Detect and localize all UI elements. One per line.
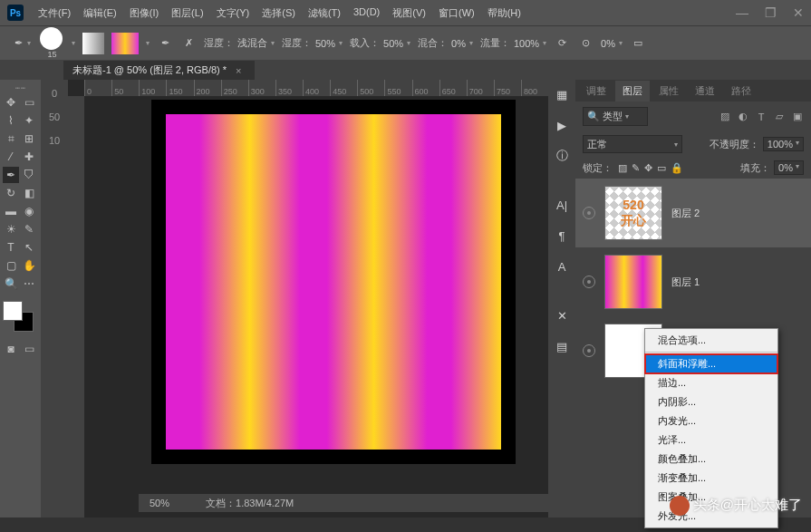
eyedropper-tool[interactable]: ⁄ bbox=[3, 149, 19, 165]
document-tab[interactable]: 未标题-1 @ 50% (图层 2, RGB/8) * × bbox=[63, 61, 255, 80]
layer-item[interactable]: 图层 1 bbox=[575, 247, 811, 316]
marquee-tool[interactable]: ▭ bbox=[21, 94, 37, 111]
cm-gradient-overlay[interactable]: 渐变叠加... bbox=[645, 469, 777, 488]
layer-visibility-toggle[interactable] bbox=[583, 276, 595, 288]
history-brush-tool[interactable]: ↻ bbox=[3, 185, 19, 201]
type-tool[interactable]: T bbox=[3, 239, 19, 256]
menu-edit[interactable]: 编辑(E) bbox=[78, 3, 122, 24]
histogram-icon[interactable]: ▦ bbox=[553, 85, 571, 103]
crop-tool[interactable]: ⌗ bbox=[3, 131, 19, 147]
screenmode-tool[interactable]: ▭ bbox=[21, 341, 37, 357]
lock-position-icon[interactable]: ✥ bbox=[644, 162, 652, 174]
cm-satin[interactable]: 光泽... bbox=[645, 430, 777, 450]
color-swatches[interactable] bbox=[3, 301, 34, 332]
brush-tool[interactable]: ✒ bbox=[3, 167, 19, 183]
heal-tool[interactable]: ✚ bbox=[21, 149, 37, 165]
sample-icon[interactable]: ⊙ bbox=[577, 35, 594, 52]
menu-file[interactable]: 文件(F) bbox=[33, 3, 76, 24]
layer-visibility-toggle[interactable] bbox=[583, 207, 595, 219]
edit-toolbar[interactable]: ⋯ bbox=[21, 276, 37, 292]
cm-inner-glow[interactable]: 内发光... bbox=[645, 411, 777, 430]
play-icon[interactable]: ▶ bbox=[553, 116, 571, 134]
blur-tool[interactable]: ◉ bbox=[21, 203, 37, 219]
minimize-button[interactable]: — bbox=[736, 5, 748, 20]
mix-input[interactable]: 混合： 0%▾ bbox=[418, 36, 473, 50]
tools-handle[interactable]: ┅┅ bbox=[3, 84, 38, 92]
cm-blending-options[interactable]: 混合选项... bbox=[645, 331, 777, 350]
layer-visibility-toggle[interactable] bbox=[583, 344, 595, 357]
lock-artboard-icon[interactable]: ▭ bbox=[657, 162, 666, 174]
lasso-tool[interactable]: ⌇ bbox=[3, 112, 19, 129]
sec-icon-1[interactable]: 50 bbox=[46, 109, 63, 125]
fill-input[interactable]: 0% ▾ bbox=[774, 160, 804, 175]
menu-help[interactable]: 帮助(H) bbox=[482, 3, 526, 24]
tools-icon[interactable]: ✕ bbox=[553, 306, 571, 324]
menu-3d[interactable]: 3D(D) bbox=[348, 3, 385, 24]
info-icon[interactable]: ⓘ bbox=[553, 147, 571, 165]
filter-image-icon[interactable]: ▨ bbox=[719, 111, 731, 123]
shape-tool[interactable]: ▢ bbox=[3, 257, 19, 274]
current-load-swatch[interactable] bbox=[111, 33, 139, 54]
layer-filter-type[interactable]: 🔍 类型 ▾ bbox=[583, 107, 648, 126]
zoom-level[interactable]: 50% bbox=[150, 498, 169, 508]
lock-transparent-icon[interactable]: ▨ bbox=[618, 162, 627, 174]
stamp-tool[interactable]: ⛉ bbox=[21, 167, 37, 183]
tool-preset-picker[interactable]: ✒ ▾ bbox=[9, 34, 31, 53]
filter-smart-icon[interactable]: ▣ bbox=[791, 111, 804, 123]
frame-tool[interactable]: ⊞ bbox=[21, 131, 37, 147]
airbrush-icon[interactable]: ⟳ bbox=[554, 35, 570, 52]
move-tool[interactable]: ✥ bbox=[3, 94, 19, 111]
layer-thumbnail[interactable] bbox=[604, 255, 662, 309]
cm-color-overlay[interactable]: 颜色叠加... bbox=[645, 450, 777, 469]
cm-stroke[interactable]: 描边... bbox=[645, 373, 777, 392]
flow-input[interactable]: 流量： 100%▾ bbox=[480, 36, 546, 50]
quickmask-tool[interactable]: ◙ bbox=[3, 341, 19, 357]
layer-name[interactable]: 图层 1 bbox=[671, 276, 700, 289]
cm-bevel-emboss[interactable]: 斜面和浮雕... bbox=[645, 354, 777, 373]
document-tab-close[interactable]: × bbox=[236, 65, 241, 76]
clean-brush-icon[interactable]: ✗ bbox=[180, 35, 197, 52]
tab-adjustments[interactable]: 调整 bbox=[579, 81, 613, 102]
filter-adjust-icon[interactable]: ◐ bbox=[737, 111, 749, 123]
layer-thumbnail[interactable]: 520开心 bbox=[604, 186, 662, 240]
hand-tool[interactable]: ✋ bbox=[21, 257, 37, 274]
menu-type[interactable]: 文字(Y) bbox=[211, 3, 256, 24]
tab-paths[interactable]: 路径 bbox=[724, 81, 758, 102]
wet-mode-select[interactable]: 湿度： 浅混合 ▾ bbox=[204, 36, 275, 50]
lock-all-icon[interactable]: 🔒 bbox=[671, 162, 683, 174]
eraser-tool[interactable]: ◧ bbox=[21, 185, 37, 201]
para-icon[interactable]: ¶ bbox=[553, 227, 571, 245]
cm-inner-shadow[interactable]: 内阴影... bbox=[645, 392, 777, 411]
path-select-tool[interactable]: ↖ bbox=[21, 239, 37, 256]
restore-button[interactable]: ❐ bbox=[765, 5, 777, 20]
blend-mode-select[interactable]: 正常 ▾ bbox=[583, 135, 682, 153]
menu-filter[interactable]: 滤镜(T) bbox=[303, 3, 346, 24]
load-input[interactable]: 载入： 50%▾ bbox=[350, 36, 410, 50]
angle-input[interactable]: 0%▾ bbox=[601, 38, 623, 49]
foreground-color[interactable] bbox=[3, 301, 23, 321]
canvas-content[interactable] bbox=[166, 114, 501, 450]
glyph-icon[interactable]: A bbox=[553, 257, 571, 276]
brush-preset[interactable]: 15 bbox=[38, 27, 64, 59]
menu-layer[interactable]: 图层(L) bbox=[166, 3, 208, 24]
pen-tool[interactable]: ✎ bbox=[21, 221, 37, 237]
tab-channels[interactable]: 通道 bbox=[688, 81, 722, 102]
zoom-tool[interactable]: 🔍 bbox=[3, 276, 19, 292]
menu-select[interactable]: 选择(S) bbox=[256, 3, 301, 24]
gradient-tool[interactable]: ▬ bbox=[3, 203, 19, 219]
char-icon[interactable]: A| bbox=[553, 196, 571, 214]
wand-tool[interactable]: ✦ bbox=[21, 112, 37, 129]
lock-paint-icon[interactable]: ✎ bbox=[632, 162, 640, 174]
history-icon[interactable]: ▤ bbox=[553, 337, 571, 355]
menu-image[interactable]: 图像(I) bbox=[124, 3, 164, 24]
sec-icon-2[interactable]: 10 bbox=[46, 132, 63, 149]
wet-input[interactable]: 湿度： 50%▾ bbox=[282, 36, 343, 50]
filter-type-icon[interactable]: T bbox=[755, 111, 768, 123]
tab-properties[interactable]: 属性 bbox=[652, 81, 686, 102]
brush-chevron-icon[interactable]: ▾ bbox=[72, 39, 75, 47]
menu-window[interactable]: 窗口(W) bbox=[433, 3, 480, 24]
brush-panel-toggle[interactable] bbox=[82, 33, 104, 54]
menu-view[interactable]: 视图(V) bbox=[387, 3, 431, 24]
tab-layers[interactable]: 图层 bbox=[615, 81, 650, 102]
layer-item[interactable]: 520开心 图层 2 bbox=[575, 179, 811, 247]
